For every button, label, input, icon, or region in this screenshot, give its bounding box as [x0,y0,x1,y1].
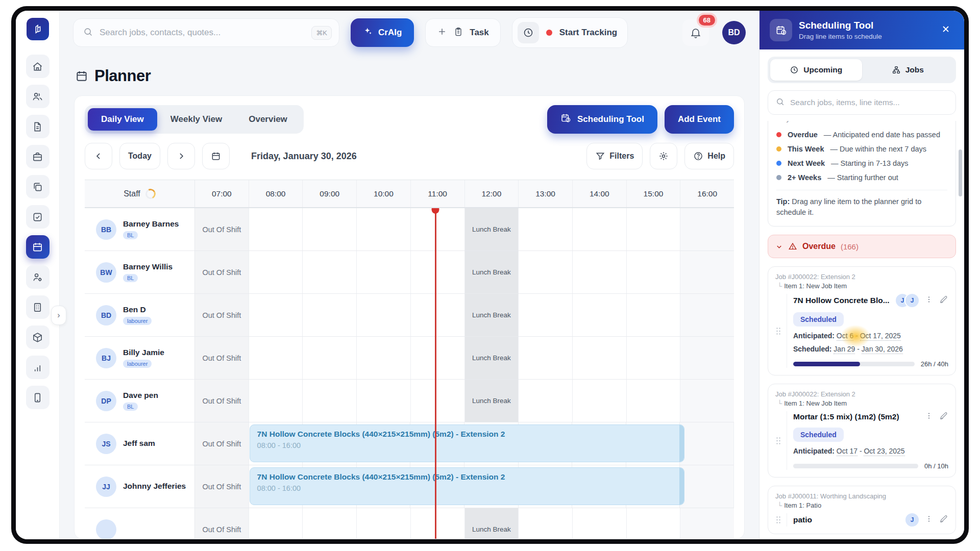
app-logo-icon[interactable] [27,18,49,40]
time-slot-cell[interactable] [519,337,573,379]
user-avatar[interactable]: BD [722,21,746,44]
lunch-break-cell[interactable]: Lunch Break [465,337,519,379]
staff-cell[interactable]: BDBen Dlabourer [85,294,195,336]
time-slot-cell[interactable] [573,380,627,422]
time-slot-cell[interactable] [357,294,411,336]
global-search-input[interactable] [100,28,305,38]
scheduled-event-block[interactable]: 7N Hollow Concrete Blocks (440×215×215mm… [250,467,685,505]
sidebar-item-reports[interactable] [26,356,50,379]
time-slot-cell[interactable] [680,508,734,539]
start-tracking-button[interactable]: Start Tracking [512,17,628,48]
time-slot-cell[interactable] [573,294,627,336]
time-slot-cell[interactable] [627,508,681,539]
sidebar-item-calendar[interactable] [26,235,50,259]
time-slot-cell[interactable] [357,208,411,251]
date-picker-button[interactable] [202,143,230,169]
time-slot-cell[interactable] [411,508,465,539]
out-of-shift-cell[interactable]: Out Of Shift [195,251,249,293]
time-slot-cell[interactable] [627,294,681,336]
lunch-break-cell[interactable]: Lunch Break [465,294,519,336]
time-slot-cell[interactable] [680,294,734,336]
time-slot-cell[interactable] [249,380,303,422]
time-slot-cell[interactable] [411,337,465,379]
sidebar-item-team[interactable] [26,85,50,108]
scheduling-tool-button[interactable]: Scheduling Tool [547,105,657,134]
panel-scrollbar[interactable] [959,149,962,196]
tab-daily-view[interactable]: Daily View [88,108,157,131]
time-slot-cell[interactable] [680,208,734,251]
time-slot-cell[interactable] [680,465,734,508]
edit-pen-icon[interactable] [939,514,948,525]
time-slot-cell[interactable] [680,422,734,465]
staff-cell[interactable]: DPDave penBL [85,380,195,422]
time-slot-cell[interactable] [303,380,357,422]
out-of-shift-cell[interactable]: Out Of Shift [195,337,249,379]
time-slot-cell[interactable] [680,380,734,422]
time-slot-cell[interactable] [627,337,681,379]
panel-search[interactable] [768,90,956,115]
time-slot-cell[interactable] [249,508,303,539]
time-slot-cell[interactable] [573,508,627,539]
drag-handle[interactable] [775,411,781,470]
sidebar-item-user-settings[interactable] [26,265,50,289]
time-slot-cell[interactable] [411,208,465,251]
drag-handle[interactable] [775,294,781,368]
time-slot-cell[interactable] [357,380,411,422]
out-of-shift-cell[interactable]: Out Of Shift [195,508,249,539]
settings-button[interactable] [650,143,677,169]
staff-cell[interactable]: BJBilly Jamielabourer [85,337,195,379]
sidebar-item-inventory[interactable] [26,325,50,349]
panel-scroll-area[interactable]: they're due. Overdue — Anticipated end d… [760,121,964,539]
filters-button[interactable]: Filters [586,143,643,169]
sidebar-item-home[interactable] [26,55,50,78]
tab-weekly-view[interactable]: Weekly View [157,108,235,131]
lunch-break-cell[interactable]: Lunch Break [465,208,519,251]
overdue-section-header[interactable]: Overdue (166) [768,235,956,258]
staff-cell[interactable]: BBBarney BarnesBL [85,208,195,251]
time-slot-cell[interactable] [680,251,734,293]
time-slot-cell[interactable] [573,208,627,251]
sidebar-item-copies[interactable] [26,175,50,198]
card-menu-button[interactable] [923,295,935,306]
panel-search-input[interactable] [790,98,948,107]
lunch-break-cell[interactable]: Lunch Break [465,380,519,422]
craig-button[interactable]: CrAIg [351,18,414,47]
time-slot-cell[interactable] [249,208,303,251]
out-of-shift-cell[interactable]: Out Of Shift [195,294,249,336]
staff-cell[interactable]: BWBarney WillisBL [85,251,195,293]
next-day-button[interactable] [167,143,195,169]
staff-cell[interactable] [85,508,195,539]
time-slot-cell[interactable] [249,337,303,379]
card-menu-button[interactable] [923,514,935,525]
sidebar-item-briefcase[interactable] [26,145,50,168]
tab-overview[interactable]: Overview [235,108,301,131]
out-of-shift-cell[interactable]: Out Of Shift [195,208,249,251]
sidebar-item-tasks[interactable] [26,205,50,229]
time-slot-cell[interactable] [303,251,357,293]
out-of-shift-cell[interactable]: Out Of Shift [195,422,249,465]
today-button[interactable]: Today [119,143,160,169]
add-event-button[interactable]: Add Event [665,105,734,134]
add-task-button[interactable]: Task [425,18,501,47]
panel-tab-jobs[interactable]: Jobs [862,59,954,81]
edit-pen-icon[interactable] [939,411,948,422]
time-slot-cell[interactable] [411,251,465,293]
scheduled-event-block[interactable]: 7N Hollow Concrete Blocks (440×215×215mm… [250,424,685,462]
time-slot-cell[interactable] [573,251,627,293]
sidebar-item-documents[interactable] [26,115,50,138]
panel-tab-upcoming[interactable]: Upcoming [770,59,862,81]
lunch-break-cell[interactable]: Lunch Break [465,251,519,293]
global-search[interactable]: ⌘K [73,18,339,47]
time-slot-cell[interactable] [303,294,357,336]
time-slot-cell[interactable] [357,508,411,539]
card-menu-button[interactable] [923,411,935,422]
time-slot-cell[interactable] [411,294,465,336]
time-slot-cell[interactable] [411,380,465,422]
time-slot-cell[interactable] [303,508,357,539]
out-of-shift-cell[interactable]: Out Of Shift [195,465,249,508]
time-slot-cell[interactable] [519,251,573,293]
prev-day-button[interactable] [85,143,112,169]
time-slot-cell[interactable] [519,380,573,422]
time-slot-cell[interactable] [357,337,411,379]
out-of-shift-cell[interactable]: Out Of Shift [195,380,249,422]
